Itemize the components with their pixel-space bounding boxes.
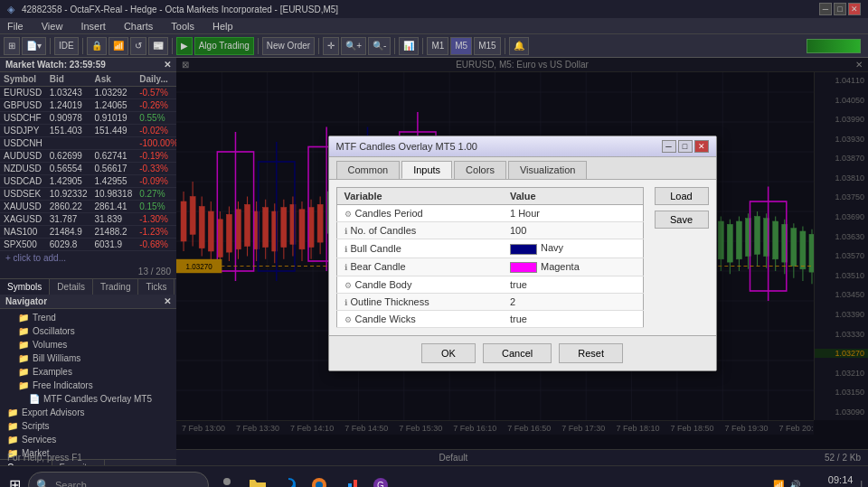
zoom-out-button[interactable]: 🔍- [368, 37, 391, 55]
m5-button[interactable]: M5 [450, 37, 472, 55]
dialog-row[interactable]: ℹBull CandleNavy [336, 239, 643, 258]
new-order-button[interactable]: New Order [262, 37, 315, 55]
tab-ticks[interactable]: Ticks [138, 279, 175, 295]
nav-item[interactable]: 📁Bill Williams [0, 351, 176, 365]
ok-button[interactable]: OK [421, 343, 476, 363]
market-watch-row[interactable]: EURUSD 1.03243 1.03292 -0.57% [0, 87, 176, 99]
lock-button[interactable]: 🔒 [87, 37, 107, 55]
market-watch-scroll[interactable]: Symbol Bid Ask Daily... EURUSD 1.03243 1… [0, 72, 176, 278]
nav-item[interactable]: 📁Scripts [0, 419, 176, 433]
market-watch-row[interactable]: USDCNH -100.00% [0, 137, 176, 150]
mw-change: 0.55% [136, 112, 176, 125]
cancel-button[interactable]: Cancel [483, 343, 552, 363]
dialog-tab-colors[interactable]: Colors [454, 161, 506, 179]
search-box[interactable]: 🔍 Search [28, 472, 209, 488]
market-watch-row[interactable]: NAS100 21484.9 21488.2 -1.23% [0, 226, 176, 239]
mw-symbol: NAS100 [0, 226, 46, 239]
new-chart-button[interactable]: ⊞ [4, 37, 20, 55]
menu-charts[interactable]: Charts [120, 21, 156, 32]
window-controls[interactable]: ─ □ ✕ [819, 3, 861, 15]
taskbar-icon-chart[interactable] [335, 471, 364, 488]
start-button[interactable]: ⊞ [5, 473, 24, 487]
click-to-add[interactable]: + click to add... [0, 251, 176, 265]
reset-button[interactable]: Reset [559, 343, 623, 363]
navigator-close[interactable]: ✕ [164, 296, 171, 306]
tab-trading[interactable]: Trading [93, 279, 139, 295]
dialog-max-button[interactable]: □ [678, 140, 693, 153]
tab-symbols[interactable]: Symbols [0, 279, 50, 295]
nav-item[interactable]: 📁Export Advisors [0, 406, 176, 419]
notification-button[interactable]: 🔔 [509, 37, 529, 55]
save-button[interactable]: Save [655, 211, 709, 229]
nav-item[interactable]: 📁Volumes [0, 338, 176, 351]
nav-item[interactable]: 📁Services [0, 433, 176, 446]
taskbar-icon-person[interactable] [212, 471, 241, 488]
col-variable: Variable [336, 188, 503, 205]
algo-trading-button[interactable]: Algo Trading [194, 37, 254, 55]
nav-item[interactable]: 📁Oscillators [0, 324, 176, 338]
nav-item[interactable]: 📁Free Indicators [0, 379, 176, 392]
nav-item[interactable]: 📄MTF Candles Overlay MT5 [0, 392, 176, 406]
refresh-button[interactable]: ↺ [130, 37, 146, 55]
tab-details[interactable]: Details [50, 279, 93, 295]
dialog-row[interactable]: ℹBear CandleMagenta [336, 258, 643, 276]
market-watch-row[interactable]: XAUUSD 2860.22 2861.41 0.15% [0, 201, 176, 213]
mw-symbol: EURUSD [0, 87, 46, 99]
mw-change: -1.30% [136, 213, 176, 226]
dialog-row[interactable]: ⚙Candle Wickstrue [336, 310, 643, 327]
market-watch-row[interactable]: AUDUSD 0.62699 0.62741 -0.19% [0, 150, 176, 163]
ide-button[interactable]: IDE [54, 37, 79, 55]
market-watch-row[interactable]: USDSEK 10.92332 10.98318 0.27% [0, 188, 176, 201]
menu-view[interactable]: View [38, 21, 67, 32]
chart-tools-button[interactable]: 📊 [399, 37, 419, 55]
m15-button[interactable]: M15 [474, 37, 500, 55]
templates-button[interactable]: 📄▾ [22, 37, 46, 55]
market-watch-row[interactable]: USDCAD 1.42905 1.42955 -0.09% [0, 175, 176, 188]
load-button[interactable]: Load [655, 187, 709, 205]
dialog-row[interactable]: ℹOutline Thickness2 [336, 293, 643, 310]
menu-file[interactable]: File [4, 21, 27, 32]
market-watch-row[interactable]: NZDUSD 0.56554 0.56617 -0.33% [0, 163, 176, 175]
taskbar-icon-folder[interactable] [243, 471, 272, 488]
market-watch-row[interactable]: USDJPY 151.403 151.449 -0.02% [0, 125, 176, 137]
mw-change: -0.68% [136, 239, 176, 251]
nav-label: MTF Candles Overlay MT5 [43, 394, 152, 404]
minimize-button[interactable]: ─ [819, 3, 832, 15]
dialog-min-button[interactable]: ─ [662, 140, 676, 153]
m1-button[interactable]: M1 [427, 37, 448, 55]
show-desktop-button[interactable]: | [860, 480, 863, 487]
taskbar-icon-edge[interactable] [274, 471, 303, 488]
market-watch-row[interactable]: USDCHF 0.90978 0.91019 0.55% [0, 112, 176, 125]
dialog-tab-inputs[interactable]: Inputs [401, 161, 452, 179]
dialog-row[interactable]: ℹNo. of Candles100 [336, 222, 643, 239]
news-button[interactable]: 📰 [148, 37, 168, 55]
dialog-row[interactable]: ⚙Candles Period1 Hour [336, 205, 643, 222]
menu-insert[interactable]: Insert [77, 21, 109, 32]
app-icon: ◈ [7, 4, 14, 15]
market-watch-row[interactable]: XAGUSD 31.787 31.839 -1.30% [0, 213, 176, 226]
nav-item[interactable]: 📁Examples [0, 365, 176, 379]
signal-button[interactable]: 📶 [108, 37, 128, 55]
dialog-controls[interactable]: ─ □ ✕ [662, 140, 709, 153]
crosshair-button[interactable]: ✛ [323, 37, 339, 55]
nav-label: Free Indicators [33, 380, 93, 390]
nav-item[interactable]: 📁Trend [0, 311, 176, 324]
menu-tools[interactable]: Tools [167, 21, 198, 32]
dialog-tab-common[interactable]: Common [336, 161, 401, 179]
dialog-row[interactable]: ⚙Candle Bodytrue [336, 276, 643, 293]
market-watch-row[interactable]: SPX500 6029.8 6031.9 -0.68% [0, 239, 176, 251]
pagination: 13 / 280 [0, 265, 176, 278]
market-watch-close[interactable]: ✕ [164, 60, 171, 70]
zoom-in-button[interactable]: 🔍+ [341, 37, 366, 55]
play-button[interactable]: ▶ [176, 37, 193, 55]
mw-bid: 2860.22 [46, 201, 91, 213]
maximize-button[interactable]: □ [834, 3, 846, 15]
volume-icon: 🔊 [789, 480, 800, 487]
market-watch-row[interactable]: GBPUSD 1.24019 1.24065 -0.26% [0, 99, 176, 112]
taskbar-icon-game[interactable]: G [366, 471, 395, 488]
menu-help[interactable]: Help [209, 21, 237, 32]
dialog-close-button[interactable]: ✕ [694, 140, 709, 153]
dialog-tab-visualization[interactable]: Visualization [508, 161, 588, 179]
close-button[interactable]: ✕ [848, 3, 861, 15]
taskbar-icon-firefox[interactable] [305, 471, 334, 488]
